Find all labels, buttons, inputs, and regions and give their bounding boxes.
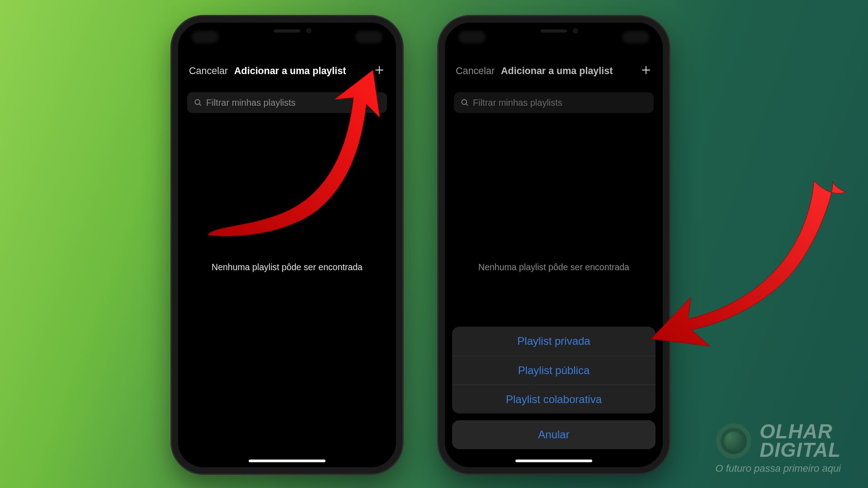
side-button: [663, 127, 665, 181]
action-sheet-options: Playlist privada Playlist pública Playli…: [452, 327, 656, 413]
status-blur: [192, 31, 219, 43]
side-button: [396, 127, 399, 181]
home-indicator[interactable]: [249, 460, 326, 462]
cancel-button[interactable]: Cancelar: [189, 66, 228, 77]
action-sheet: Playlist privada Playlist pública Playli…: [452, 327, 656, 449]
svg-line-7: [466, 104, 468, 106]
search-placeholder: Filtrar minhas playlists: [473, 98, 562, 108]
status-blur: [355, 31, 382, 43]
logo-line1: OLHAR: [760, 422, 841, 441]
cancel-button[interactable]: Cancelar: [456, 66, 495, 77]
logo-line2: DIGITAL: [760, 441, 841, 459]
front-camera: [306, 28, 311, 33]
action-sheet-cancel[interactable]: Anular: [452, 420, 656, 449]
svg-point-6: [462, 99, 467, 104]
logo-icon: [716, 423, 751, 459]
add-button[interactable]: [373, 64, 385, 78]
nav-header: Cancelar Adicionar a uma playlist: [178, 60, 396, 82]
plus-icon: [373, 64, 385, 76]
status-blur: [622, 31, 649, 43]
speaker-grill: [274, 29, 300, 33]
option-private-playlist[interactable]: Playlist privada: [452, 327, 656, 356]
speaker-grill: [541, 29, 567, 33]
header-title: Adicionar a uma playlist: [501, 66, 634, 77]
search-input[interactable]: Filtrar minhas playlists: [454, 92, 654, 113]
logo-tagline: O futuro passa primeiro aqui: [715, 463, 841, 474]
phone-mockup-right: Cancelar Adicionar a uma playlist Filtra…: [439, 16, 669, 474]
svg-point-2: [195, 99, 200, 104]
phone-notch: [237, 23, 337, 39]
search-icon: [193, 98, 203, 107]
search-input[interactable]: Filtrar minhas playlists: [187, 92, 387, 113]
empty-state-message: Nenhuma playlist pôde ser encontrada: [445, 262, 663, 272]
status-blur: [458, 31, 486, 43]
phone-mockup-left: Cancelar Adicionar a uma playlist Filtra…: [172, 16, 402, 474]
phone-notch: [504, 23, 604, 39]
option-public-playlist[interactable]: Playlist pública: [452, 356, 656, 385]
empty-state-message: Nenhuma playlist pôde ser encontrada: [178, 262, 396, 272]
option-collaborative-playlist[interactable]: Playlist colaborativa: [452, 385, 656, 413]
home-indicator[interactable]: [515, 460, 592, 462]
svg-line-3: [199, 104, 201, 106]
plus-icon: [640, 64, 652, 76]
add-button[interactable]: [640, 64, 652, 78]
header-title: Adicionar a uma playlist: [234, 66, 367, 77]
watermark-logo: OLHAR DIGITAL O futuro passa primeiro aq…: [715, 422, 841, 474]
annotation-arrow-to-sheet: [642, 172, 850, 361]
search-icon: [460, 98, 469, 107]
search-placeholder: Filtrar minhas playlists: [206, 98, 296, 108]
nav-header: Cancelar Adicionar a uma playlist: [445, 60, 663, 82]
app-screen-add-playlist: Cancelar Adicionar a uma playlist Filtra…: [178, 23, 396, 467]
app-screen-action-sheet: Cancelar Adicionar a uma playlist Filtra…: [445, 23, 663, 467]
front-camera: [573, 28, 578, 33]
